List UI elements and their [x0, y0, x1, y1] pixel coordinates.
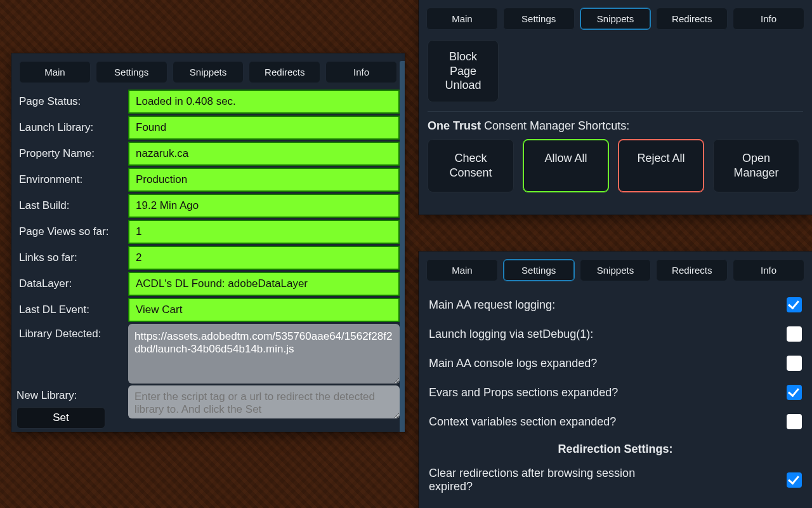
tab-snippets[interactable]: Snippets	[580, 259, 652, 281]
tab-snippets[interactable]: Snippets	[580, 8, 652, 30]
tab-main[interactable]: Main	[426, 8, 498, 30]
launch-library-label: Launch Library:	[16, 116, 123, 140]
new-library-label-col: New Library: Set	[16, 385, 123, 429]
row-last-dl-event: Last DL Event: View Cart	[11, 298, 405, 322]
library-detected-label: Library Detected:	[16, 324, 123, 346]
setting-row-console-expanded: Main AA console logs expanded?	[429, 349, 802, 378]
page-views-value: 1	[128, 220, 400, 244]
redirection-settings-heading: Redirection Settings:	[429, 436, 802, 460]
setting-row-aa-request-logging: Main AA request logging:	[429, 290, 802, 319]
row-property-name: Property Name: nazaruk.ca	[11, 142, 405, 166]
property-name-value: nazaruk.ca	[128, 142, 400, 166]
setting-checkbox-aa-request-logging[interactable]	[787, 297, 802, 312]
row-datalayer: DataLayer: ACDL's DL Found: adobeDataLay…	[11, 272, 405, 296]
setting-label: Main AA request logging:	[429, 298, 555, 312]
set-button[interactable]: Set	[16, 407, 105, 429]
tab-redirects[interactable]: Redirects	[656, 259, 728, 281]
setting-checkbox-context-expanded[interactable]	[787, 414, 802, 429]
property-name-label: Property Name:	[16, 142, 123, 166]
environment-value: Production	[128, 168, 400, 192]
last-dl-event-label: Last DL Event:	[16, 298, 123, 322]
tab-settings[interactable]: Settings	[503, 8, 575, 30]
row-last-build: Last Build: 19.2 Min Ago	[11, 194, 405, 218]
onetrust-title-bold: One Trust	[428, 119, 481, 132]
tab-info[interactable]: Info	[733, 8, 804, 30]
reject-all-button[interactable]: Reject All	[618, 139, 704, 193]
row-page-views: Page Views so far: 1	[11, 220, 405, 244]
main-panel: Main Settings Snippets Redirects Info Pa…	[11, 53, 405, 432]
row-links: Links so far: 2	[11, 246, 405, 270]
tab-main[interactable]: Main	[426, 259, 498, 281]
launch-library-value: Found	[128, 116, 400, 140]
open-manager-button[interactable]: Open Manager	[713, 139, 799, 193]
row-library-detected: Library Detected:	[11, 324, 405, 384]
last-build-label: Last Build:	[16, 194, 123, 218]
snippets-panel: Main Settings Snippets Redirects Info Bl…	[419, 0, 812, 215]
setting-checkbox-console-expanded[interactable]	[787, 356, 802, 371]
setting-label: Context variables section expanded?	[429, 415, 616, 429]
block-page-unload-button[interactable]: Block Page Unload	[428, 40, 499, 102]
page-status-value: Loaded in 0.408 sec.	[128, 90, 400, 114]
tab-redirects[interactable]: Redirects	[656, 8, 728, 30]
new-library-textarea[interactable]	[128, 385, 400, 418]
tab-redirects[interactable]: Redirects	[249, 61, 320, 83]
setting-row-launch-logging: Launch logging via setDebug(1):	[429, 319, 802, 349]
row-environment: Environment: Production	[11, 168, 405, 192]
new-library-label: New Library:	[16, 389, 123, 402]
page-views-label: Page Views so far:	[16, 220, 123, 244]
links-value: 2	[128, 246, 400, 270]
tab-info[interactable]: Info	[733, 259, 804, 281]
last-dl-event-value: View Cart	[128, 298, 400, 322]
tab-settings[interactable]: Settings	[96, 61, 167, 83]
setting-row-evars-expanded: Evars and Props sections expanded?	[429, 378, 802, 407]
setting-label: Launch logging via setDebug(1):	[429, 328, 593, 341]
main-tabs: Main Settings Snippets Redirects Info	[11, 53, 405, 90]
tab-main[interactable]: Main	[19, 61, 91, 83]
row-page-status: Page Status: Loaded in 0.408 sec.	[11, 90, 405, 114]
setting-label: Clear redirections after browsing sessio…	[429, 467, 657, 493]
links-label: Links so far:	[16, 246, 123, 270]
setting-checkbox-evars-expanded[interactable]	[787, 385, 802, 400]
row-launch-library: Launch Library: Found	[11, 116, 405, 140]
settings-panel: Main Settings Snippets Redirects Info Ma…	[419, 251, 812, 508]
setting-label: Evars and Props sections expanded?	[429, 386, 618, 399]
divider	[428, 111, 803, 112]
setting-row-clear-redirections: Clear redirections after browsing sessio…	[429, 460, 802, 500]
onetrust-title-rest: Consent Manager Shortcuts:	[481, 119, 629, 132]
setting-checkbox-clear-redirections[interactable]	[787, 472, 802, 488]
onetrust-buttons: Check Consent Allow All Reject All Open …	[428, 139, 803, 193]
setting-label: Main AA console logs expanded?	[429, 357, 597, 370]
tab-snippets[interactable]: Snippets	[173, 61, 244, 83]
environment-label: Environment:	[16, 168, 123, 192]
library-detected-textarea[interactable]	[128, 324, 400, 384]
page-status-label: Page Status:	[16, 90, 123, 114]
allow-all-button[interactable]: Allow All	[523, 139, 609, 193]
tab-info[interactable]: Info	[325, 61, 397, 83]
setting-row-context-expanded: Context variables section expanded?	[429, 407, 802, 436]
datalayer-label: DataLayer:	[16, 272, 123, 296]
snippets-tabs: Main Settings Snippets Redirects Info	[419, 0, 812, 36]
setting-checkbox-launch-logging[interactable]	[787, 326, 802, 342]
onetrust-title: One Trust Consent Manager Shortcuts:	[428, 119, 803, 133]
check-consent-button[interactable]: Check Consent	[428, 139, 514, 193]
settings-tabs: Main Settings Snippets Redirects Info	[419, 251, 812, 288]
datalayer-value: ACDL's DL Found: adobeDataLayer	[128, 272, 400, 296]
last-build-value: 19.2 Min Ago	[128, 194, 400, 218]
tab-settings[interactable]: Settings	[503, 259, 575, 281]
row-new-library: New Library: Set	[11, 385, 405, 429]
